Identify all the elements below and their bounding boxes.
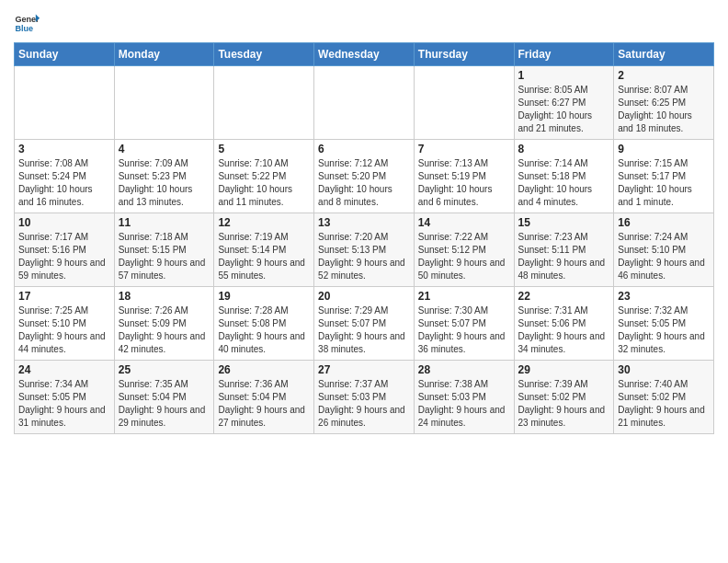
day-number: 19 — [218, 290, 310, 303]
day-info: Sunrise: 7:09 AM Sunset: 5:23 PM Dayligh… — [119, 157, 210, 209]
calendar-cell: 20Sunrise: 7:29 AM Sunset: 5:07 PM Dayli… — [314, 287, 415, 361]
day-info: Sunrise: 7:29 AM Sunset: 5:07 PM Dayligh… — [318, 304, 410, 356]
day-info: Sunrise: 7:40 AM Sunset: 5:02 PM Dayligh… — [618, 378, 710, 430]
weekday-header: Tuesday — [214, 43, 314, 66]
calendar-cell: 11Sunrise: 7:18 AM Sunset: 5:15 PM Dayli… — [114, 213, 214, 287]
day-number: 16 — [618, 216, 710, 229]
day-number: 13 — [318, 216, 410, 229]
calendar-cell: 8Sunrise: 7:14 AM Sunset: 5:18 PM Daylig… — [514, 140, 614, 213]
calendar-table: SundayMondayTuesdayWednesdayThursdayFrid… — [14, 42, 714, 434]
weekday-header: Saturday — [614, 43, 714, 66]
calendar-cell: 19Sunrise: 7:28 AM Sunset: 5:08 PM Dayli… — [214, 287, 314, 361]
day-number: 9 — [618, 143, 710, 155]
logo: General Blue — [14, 9, 40, 35]
calendar-cell: 26Sunrise: 7:36 AM Sunset: 5:04 PM Dayli… — [214, 361, 314, 434]
day-info: Sunrise: 7:15 AM Sunset: 5:17 PM Dayligh… — [618, 157, 710, 209]
day-number: 1 — [518, 69, 610, 82]
day-number: 7 — [418, 143, 510, 155]
day-info: Sunrise: 7:10 AM Sunset: 5:22 PM Dayligh… — [218, 157, 310, 209]
day-info: Sunrise: 7:28 AM Sunset: 5:08 PM Dayligh… — [218, 304, 310, 356]
day-number: 14 — [418, 216, 510, 229]
day-number: 21 — [418, 290, 510, 303]
day-number: 27 — [318, 363, 410, 376]
calendar-cell — [114, 66, 214, 140]
calendar-cell: 9Sunrise: 7:15 AM Sunset: 5:17 PM Daylig… — [614, 140, 714, 213]
day-number: 24 — [18, 363, 110, 376]
day-info: Sunrise: 7:37 AM Sunset: 5:03 PM Dayligh… — [318, 378, 410, 430]
calendar-cell: 1Sunrise: 8:05 AM Sunset: 6:27 PM Daylig… — [514, 66, 614, 140]
day-info: Sunrise: 7:31 AM Sunset: 5:06 PM Dayligh… — [518, 304, 610, 356]
day-number: 20 — [318, 290, 410, 303]
calendar-cell: 25Sunrise: 7:35 AM Sunset: 5:04 PM Dayli… — [114, 361, 214, 434]
day-info: Sunrise: 7:13 AM Sunset: 5:19 PM Dayligh… — [418, 157, 510, 209]
day-number: 18 — [119, 290, 210, 303]
day-info: Sunrise: 7:32 AM Sunset: 5:05 PM Dayligh… — [618, 304, 710, 356]
day-info: Sunrise: 7:14 AM Sunset: 5:18 PM Dayligh… — [518, 157, 610, 209]
day-info: Sunrise: 7:17 AM Sunset: 5:16 PM Dayligh… — [18, 231, 110, 282]
day-info: Sunrise: 7:35 AM Sunset: 5:04 PM Dayligh… — [119, 378, 210, 430]
calendar-cell: 22Sunrise: 7:31 AM Sunset: 5:06 PM Dayli… — [514, 287, 614, 361]
day-info: Sunrise: 7:34 AM Sunset: 5:05 PM Dayligh… — [18, 378, 110, 430]
page-header: General Blue — [14, 9, 714, 35]
svg-text:Blue: Blue — [15, 24, 33, 33]
calendar-week-row: 3Sunrise: 7:08 AM Sunset: 5:24 PM Daylig… — [15, 140, 714, 213]
day-number: 5 — [218, 143, 310, 155]
calendar-cell: 21Sunrise: 7:30 AM Sunset: 5:07 PM Dayli… — [414, 287, 514, 361]
day-info: Sunrise: 7:18 AM Sunset: 5:15 PM Dayligh… — [119, 231, 210, 282]
weekday-header: Wednesday — [314, 43, 415, 66]
weekday-header: Monday — [114, 43, 214, 66]
day-number: 25 — [119, 363, 210, 376]
day-number: 22 — [518, 290, 610, 303]
calendar-cell: 7Sunrise: 7:13 AM Sunset: 5:19 PM Daylig… — [414, 140, 514, 213]
calendar-cell: 27Sunrise: 7:37 AM Sunset: 5:03 PM Dayli… — [314, 361, 415, 434]
day-number: 8 — [518, 143, 610, 155]
day-number: 17 — [18, 290, 110, 303]
day-info: Sunrise: 7:26 AM Sunset: 5:09 PM Dayligh… — [119, 304, 210, 356]
calendar-cell: 4Sunrise: 7:09 AM Sunset: 5:23 PM Daylig… — [114, 140, 214, 213]
day-number: 23 — [618, 290, 710, 303]
calendar-cell: 23Sunrise: 7:32 AM Sunset: 5:05 PM Dayli… — [614, 287, 714, 361]
day-number: 2 — [618, 69, 710, 82]
weekday-header: Thursday — [414, 43, 514, 66]
calendar-cell: 14Sunrise: 7:22 AM Sunset: 5:12 PM Dayli… — [414, 213, 514, 287]
calendar-cell: 28Sunrise: 7:38 AM Sunset: 5:03 PM Dayli… — [414, 361, 514, 434]
calendar-week-row: 24Sunrise: 7:34 AM Sunset: 5:05 PM Dayli… — [15, 361, 714, 434]
calendar-header-row: SundayMondayTuesdayWednesdayThursdayFrid… — [15, 43, 714, 66]
logo-icon: General Blue — [14, 9, 40, 35]
weekday-header: Sunday — [15, 43, 115, 66]
day-info: Sunrise: 8:07 AM Sunset: 6:25 PM Dayligh… — [618, 84, 710, 135]
day-info: Sunrise: 7:38 AM Sunset: 5:03 PM Dayligh… — [418, 378, 510, 430]
calendar-cell: 18Sunrise: 7:26 AM Sunset: 5:09 PM Dayli… — [114, 287, 214, 361]
calendar-cell: 15Sunrise: 7:23 AM Sunset: 5:11 PM Dayli… — [514, 213, 614, 287]
calendar-cell: 29Sunrise: 7:39 AM Sunset: 5:02 PM Dayli… — [514, 361, 614, 434]
day-info: Sunrise: 7:19 AM Sunset: 5:14 PM Dayligh… — [218, 231, 310, 282]
calendar-cell: 6Sunrise: 7:12 AM Sunset: 5:20 PM Daylig… — [314, 140, 415, 213]
day-number: 12 — [218, 216, 310, 229]
day-number: 10 — [18, 216, 110, 229]
calendar-cell: 17Sunrise: 7:25 AM Sunset: 5:10 PM Dayli… — [15, 287, 115, 361]
day-number: 11 — [119, 216, 210, 229]
calendar-cell — [214, 66, 314, 140]
day-info: Sunrise: 7:08 AM Sunset: 5:24 PM Dayligh… — [18, 157, 110, 209]
day-info: Sunrise: 7:30 AM Sunset: 5:07 PM Dayligh… — [418, 304, 510, 356]
day-number: 6 — [318, 143, 410, 155]
day-number: 26 — [218, 363, 310, 376]
calendar-week-row: 10Sunrise: 7:17 AM Sunset: 5:16 PM Dayli… — [15, 213, 714, 287]
day-number: 29 — [518, 363, 610, 376]
calendar-week-row: 1Sunrise: 8:05 AM Sunset: 6:27 PM Daylig… — [15, 66, 714, 140]
day-info: Sunrise: 8:05 AM Sunset: 6:27 PM Dayligh… — [518, 84, 610, 135]
day-info: Sunrise: 7:20 AM Sunset: 5:13 PM Dayligh… — [318, 231, 410, 282]
calendar-cell: 12Sunrise: 7:19 AM Sunset: 5:14 PM Dayli… — [214, 213, 314, 287]
day-info: Sunrise: 7:24 AM Sunset: 5:10 PM Dayligh… — [618, 231, 710, 282]
calendar-cell: 2Sunrise: 8:07 AM Sunset: 6:25 PM Daylig… — [614, 66, 714, 140]
day-number: 3 — [18, 143, 110, 155]
calendar-week-row: 17Sunrise: 7:25 AM Sunset: 5:10 PM Dayli… — [15, 287, 714, 361]
calendar-cell: 16Sunrise: 7:24 AM Sunset: 5:10 PM Dayli… — [614, 213, 714, 287]
day-number: 15 — [518, 216, 610, 229]
day-number: 30 — [618, 363, 710, 376]
day-info: Sunrise: 7:25 AM Sunset: 5:10 PM Dayligh… — [18, 304, 110, 356]
calendar-cell: 24Sunrise: 7:34 AM Sunset: 5:05 PM Dayli… — [15, 361, 115, 434]
day-info: Sunrise: 7:12 AM Sunset: 5:20 PM Dayligh… — [318, 157, 410, 209]
calendar-cell: 30Sunrise: 7:40 AM Sunset: 5:02 PM Dayli… — [614, 361, 714, 434]
calendar-cell — [314, 66, 415, 140]
